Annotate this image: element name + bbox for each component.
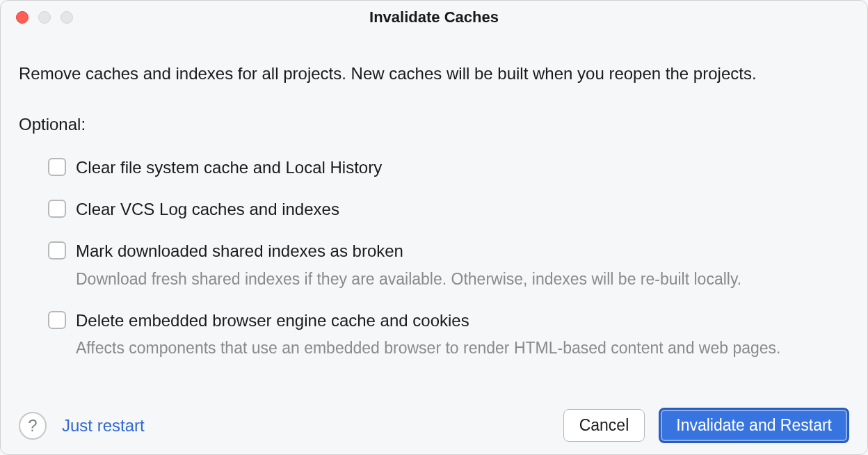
invalidate-restart-button[interactable]: Invalidate and Restart — [659, 408, 849, 443]
cancel-button[interactable]: Cancel — [563, 409, 645, 442]
option-label: Clear file system cache and Local Histor… — [76, 157, 382, 179]
options-list: Clear file system cache and Local Histor… — [19, 157, 849, 360]
checkbox-clear-fs-cache[interactable] — [48, 158, 66, 176]
dialog-description: Remove caches and indexes for all projec… — [19, 62, 784, 86]
option-label: Clear VCS Log caches and indexes — [76, 198, 339, 221]
close-window-icon[interactable] — [16, 11, 29, 24]
help-icon: ? — [28, 416, 37, 436]
option-mark-indexes-broken: Mark downloaded shared indexes as broken — [48, 240, 849, 262]
maximize-window-icon[interactable] — [61, 11, 73, 24]
option-label: Delete embedded browser engine cache and… — [76, 310, 469, 332]
dialog-content: Remove caches and indexes for all projec… — [1, 34, 867, 359]
option-description: Download fresh shared indexes if they ar… — [76, 269, 841, 290]
option-clear-vcs-log: Clear VCS Log caches and indexes — [48, 198, 849, 221]
checkbox-clear-vcs-log[interactable] — [48, 200, 66, 218]
titlebar: Invalidate Caches — [1, 1, 867, 34]
just-restart-link[interactable]: Just restart — [62, 416, 145, 436]
checkbox-mark-indexes-broken[interactable] — [48, 241, 66, 260]
optional-label: Optional: — [19, 115, 849, 134]
checkbox-delete-browser-cache[interactable] — [48, 311, 66, 329]
help-button[interactable]: ? — [19, 412, 47, 440]
option-label: Mark downloaded shared indexes as broken — [76, 240, 403, 262]
option-delete-browser-cache: Delete embedded browser engine cache and… — [48, 310, 849, 332]
window-controls — [1, 11, 73, 24]
option-description: Affects components that use an embedded … — [76, 337, 841, 359]
dialog-footer: ? Just restart Cancel Invalidate and Res… — [19, 408, 849, 443]
option-clear-fs-cache: Clear file system cache and Local Histor… — [48, 157, 849, 179]
minimize-window-icon[interactable] — [38, 11, 51, 24]
dialog-title: Invalidate Caches — [1, 8, 867, 26]
